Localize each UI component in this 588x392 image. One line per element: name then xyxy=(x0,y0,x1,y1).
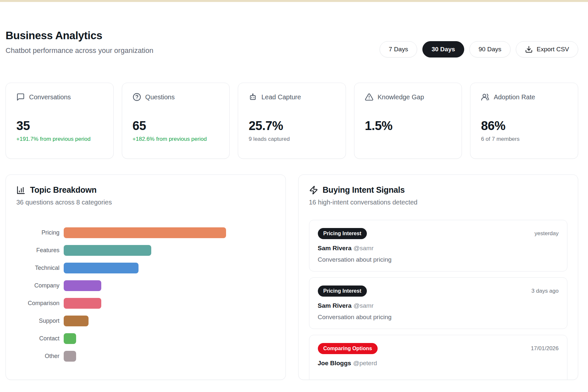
header-titles: Business Analytics Chatbot performance a… xyxy=(6,29,153,55)
chart-track xyxy=(64,316,275,326)
stat-label: Questions xyxy=(145,93,175,101)
range-button-90-days[interactable]: 90 Days xyxy=(469,41,511,57)
chart-track xyxy=(64,280,275,291)
signal-head: Comparing Options 17/01/2026 xyxy=(318,343,559,354)
page-subtitle: Chatbot performance across your organiza… xyxy=(6,46,153,55)
top-accent-strip xyxy=(0,0,588,2)
stat-subtext: +191.7% from previous period xyxy=(16,136,103,142)
chart-row: Contact xyxy=(16,330,275,347)
chart-category-label: Comparison xyxy=(16,300,64,307)
chart-row: Company xyxy=(16,277,275,294)
chart-track xyxy=(64,227,275,238)
chart-track xyxy=(64,263,275,273)
chart-row: Features xyxy=(16,241,275,259)
signal-badge: Pricing Interest xyxy=(318,286,367,297)
signal-card[interactable]: Pricing Interest yesterday Sam Rivera@sa… xyxy=(309,220,568,271)
chart-track xyxy=(64,245,275,256)
chart-category-label: Support xyxy=(16,318,64,324)
signal-description: Conversation about pricing xyxy=(318,256,559,263)
bot-icon xyxy=(249,93,257,101)
signal-user-row: Sam Rivera@samr xyxy=(318,302,559,309)
chart-category-label: Features xyxy=(16,247,64,254)
chat-bubble-icon xyxy=(16,93,25,101)
warning-triangle-icon xyxy=(365,93,373,101)
stat-card-knowledge-gap: Knowledge Gap 1.5% xyxy=(354,83,462,159)
chart-track xyxy=(64,298,275,309)
topic-breakdown-subtitle: 36 questions across 8 categories xyxy=(16,199,275,206)
range-button-7-days[interactable]: 7 Days xyxy=(380,41,417,57)
stat-label: Knowledge Gap xyxy=(378,93,424,101)
signal-description: Conversation about pricing xyxy=(318,314,559,321)
topic-breakdown-panel: Topic Breakdown 36 questions across 8 ca… xyxy=(6,174,286,380)
chart-row: Other xyxy=(16,347,275,365)
range-button-30-days[interactable]: 30 Days xyxy=(422,41,464,57)
chart-category-label: Pricing xyxy=(16,229,64,236)
signal-badge: Pricing Interest xyxy=(318,228,367,239)
chart-row: Technical xyxy=(16,259,275,277)
stat-value: 1.5% xyxy=(365,119,451,133)
stat-value: 25.7% xyxy=(249,119,335,133)
chart-bar-other xyxy=(64,351,76,362)
stat-value: 86% xyxy=(481,119,567,133)
panels-row: Topic Breakdown 36 questions across 8 ca… xyxy=(6,174,578,380)
analytics-page: Business Analytics Chatbot performance a… xyxy=(0,29,588,380)
chart-row: Comparison xyxy=(16,294,275,312)
topic-breakdown-title-row: Topic Breakdown xyxy=(16,185,275,195)
chart-bar-contact xyxy=(64,333,76,344)
chart-bar-technical xyxy=(64,263,139,273)
signal-card[interactable]: Pricing Interest 3 days ago Sam Rivera@s… xyxy=(309,277,568,329)
export-csv-label: Export CSV xyxy=(537,46,569,53)
stat-subtext: +182.6% from previous period xyxy=(133,136,219,142)
chart-category-label: Contact xyxy=(16,335,64,342)
stat-label-row: Conversations xyxy=(16,93,103,101)
chart-track xyxy=(64,333,275,344)
bar-chart-icon xyxy=(16,186,25,195)
signal-user-row: Sam Rivera@samr xyxy=(318,245,559,252)
header-actions: 7 Days 30 Days 90 Days Export CSV xyxy=(380,41,578,57)
signal-user-name: Sam Rivera xyxy=(318,302,352,309)
stat-card-lead-capture: Lead Capture 25.7% 9 leads captured xyxy=(238,83,346,159)
chart-bar-company xyxy=(64,280,101,291)
buying-intent-panel: Buying Intent Signals 16 high-intent con… xyxy=(298,174,579,380)
signal-user-handle: @samr xyxy=(353,245,374,252)
chart-category-label: Company xyxy=(16,282,64,289)
chart-category-label: Technical xyxy=(16,265,64,271)
lightning-icon xyxy=(309,186,318,195)
question-circle-icon xyxy=(133,93,141,101)
signal-user-name: Joe Bloggs xyxy=(318,360,351,367)
signal-time: yesterday xyxy=(534,230,559,237)
stat-subtext: 6 of 7 members xyxy=(481,136,567,142)
stat-label: Conversations xyxy=(29,93,71,101)
buying-intent-subtitle: 16 high-intent conversations detected xyxy=(309,199,568,206)
signal-head: Pricing Interest yesterday xyxy=(318,228,559,239)
signal-time: 3 days ago xyxy=(531,288,559,294)
signals-list: Pricing Interest yesterday Sam Rivera@sa… xyxy=(309,220,568,380)
panel-title-text: Buying Intent Signals xyxy=(323,185,405,195)
download-icon xyxy=(525,45,533,53)
signal-head: Pricing Interest 3 days ago xyxy=(318,286,559,297)
stat-value: 35 xyxy=(16,119,103,133)
stat-label-row: Questions xyxy=(133,93,219,101)
stat-value: 65 xyxy=(133,119,219,133)
chart-row: Support xyxy=(16,312,275,330)
signal-card[interactable]: Comparing Options 17/01/2026 Joe Bloggs@… xyxy=(309,335,568,380)
panel-title-text: Topic Breakdown xyxy=(30,185,97,195)
page-title: Business Analytics xyxy=(6,29,153,42)
topic-breakdown-chart: Pricing Features Technical Company Compa… xyxy=(16,224,275,365)
stat-label-row: Lead Capture xyxy=(249,93,335,101)
chart-row: Pricing xyxy=(16,224,275,241)
stat-label: Adoption Rate xyxy=(494,93,535,101)
stat-label-row: Adoption Rate xyxy=(481,93,567,101)
stat-card-questions: Questions 65 +182.6% from previous perio… xyxy=(122,83,230,159)
stat-card-conversations: Conversations 35 +191.7% from previous p… xyxy=(6,83,114,159)
signal-user-handle: @samr xyxy=(353,302,374,309)
signal-time: 17/01/2026 xyxy=(531,345,559,352)
chart-bar-comparison xyxy=(64,298,101,309)
export-csv-button[interactable]: Export CSV xyxy=(516,41,578,57)
stat-label-row: Knowledge Gap xyxy=(365,93,451,101)
buying-intent-title-row: Buying Intent Signals xyxy=(309,185,568,195)
signal-user-row: Joe Bloggs@peterd xyxy=(318,360,559,367)
chart-bar-support xyxy=(64,316,89,326)
page-header: Business Analytics Chatbot performance a… xyxy=(6,29,578,57)
chart-bar-pricing xyxy=(64,227,226,238)
